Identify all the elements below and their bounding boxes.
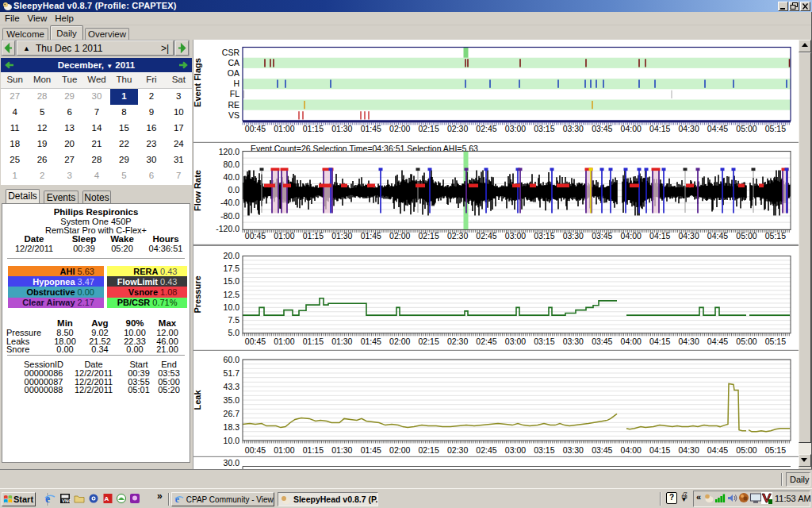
svg-text:04:30: 04:30 xyxy=(678,231,699,241)
svg-text:01:15: 01:15 xyxy=(303,124,324,133)
svg-text:01:30: 01:30 xyxy=(331,445,352,455)
svg-text:02:30: 02:30 xyxy=(447,231,468,241)
svg-text:01:15: 01:15 xyxy=(303,337,324,346)
svg-text:02:15: 02:15 xyxy=(418,231,439,241)
svg-text:03:30: 03:30 xyxy=(563,337,584,346)
svg-text:FL: FL xyxy=(230,89,239,98)
svg-text:02:15: 02:15 xyxy=(418,445,439,455)
svg-text:03:45: 03:45 xyxy=(592,124,612,133)
svg-text:CA: CA xyxy=(228,58,239,67)
svg-text:01:00: 01:00 xyxy=(274,337,294,346)
svg-text:01:45: 01:45 xyxy=(361,231,381,241)
svg-text:04:00: 04:00 xyxy=(621,445,642,455)
svg-text:01:00: 01:00 xyxy=(274,445,294,455)
svg-text:01:45: 01:45 xyxy=(361,124,381,133)
svg-text:02:00: 02:00 xyxy=(389,337,410,346)
svg-text:04:45: 04:45 xyxy=(707,231,728,241)
svg-text:04:00: 04:00 xyxy=(621,124,642,133)
svg-text:02:00: 02:00 xyxy=(389,231,410,241)
svg-text:03:15: 03:15 xyxy=(534,337,554,346)
svg-text:05:00: 05:00 xyxy=(736,231,756,241)
svg-text:35.0: 35.0 xyxy=(224,395,240,405)
svg-text:26.7: 26.7 xyxy=(224,409,240,418)
svg-text:01:30: 01:30 xyxy=(331,337,352,346)
svg-text:02:30: 02:30 xyxy=(447,337,468,346)
svg-text:40.0: 40.0 xyxy=(224,172,240,182)
svg-text:03:30: 03:30 xyxy=(563,445,584,455)
svg-text:00:45: 00:45 xyxy=(245,445,266,455)
svg-text:51.7: 51.7 xyxy=(224,368,240,378)
svg-text:02:15: 02:15 xyxy=(418,124,439,133)
svg-text:02:00: 02:00 xyxy=(389,124,410,133)
svg-text:02:30: 02:30 xyxy=(447,124,468,133)
svg-text:17.5: 17.5 xyxy=(224,264,240,273)
svg-text:80.0: 80.0 xyxy=(224,160,240,169)
svg-text:VS: VS xyxy=(228,110,239,120)
svg-text:e: e xyxy=(175,495,180,504)
svg-text:04:30: 04:30 xyxy=(678,337,699,346)
svg-text:18.3: 18.3 xyxy=(224,422,240,432)
svg-text:03:30: 03:30 xyxy=(563,231,584,241)
svg-text:03:45: 03:45 xyxy=(592,337,612,346)
svg-text:01:15: 01:15 xyxy=(303,231,324,241)
svg-text:03:30: 03:30 xyxy=(563,124,584,133)
svg-text:01:15: 01:15 xyxy=(303,445,324,455)
svg-text:A: A xyxy=(105,495,109,502)
svg-text:43.3: 43.3 xyxy=(224,382,240,391)
svg-text:01:00: 01:00 xyxy=(274,124,294,133)
svg-text:02:15: 02:15 xyxy=(418,337,439,346)
svg-text:05:00: 05:00 xyxy=(736,445,756,455)
svg-text:02:45: 02:45 xyxy=(476,445,496,455)
svg-text:01:30: 01:30 xyxy=(331,231,352,241)
svg-text:Leak: Leak xyxy=(193,390,202,410)
svg-text:e: e xyxy=(45,493,50,504)
svg-text:00:45: 00:45 xyxy=(245,231,266,241)
svg-text:H: H xyxy=(233,79,239,88)
svg-text:01:30: 01:30 xyxy=(331,124,352,133)
svg-text:04:30: 04:30 xyxy=(678,124,699,133)
svg-text:04:45: 04:45 xyxy=(707,445,728,455)
svg-text:-80.0: -80.0 xyxy=(220,211,239,221)
svg-text:04:30: 04:30 xyxy=(678,445,699,455)
svg-text:03:00: 03:00 xyxy=(505,337,526,346)
svg-text:01:00: 01:00 xyxy=(274,231,294,241)
svg-text:04:00: 04:00 xyxy=(621,231,642,241)
svg-text:02:30: 02:30 xyxy=(447,445,468,455)
svg-text:02:45: 02:45 xyxy=(476,337,496,346)
svg-text:04:45: 04:45 xyxy=(707,124,728,133)
svg-text:04:15: 04:15 xyxy=(649,445,670,455)
svg-text:04:00: 04:00 xyxy=(621,337,642,346)
svg-text:03:00: 03:00 xyxy=(505,124,526,133)
svg-text:10.0: 10.0 xyxy=(224,302,240,312)
svg-text:03:15: 03:15 xyxy=(534,445,554,455)
svg-text:RE: RE xyxy=(228,100,239,110)
svg-text:CSR: CSR xyxy=(222,48,240,57)
svg-text:05:00: 05:00 xyxy=(736,124,756,133)
svg-text:04:15: 04:15 xyxy=(649,337,670,346)
svg-text:02:00: 02:00 xyxy=(389,445,410,455)
svg-text:05:15: 05:15 xyxy=(765,231,786,241)
svg-text:15.0: 15.0 xyxy=(224,276,240,286)
svg-text:03:45: 03:45 xyxy=(592,445,612,455)
svg-text:01:45: 01:45 xyxy=(361,337,381,346)
svg-text:05:15: 05:15 xyxy=(765,337,786,346)
svg-text:7.5: 7.5 xyxy=(228,315,239,325)
svg-text:20.0: 20.0 xyxy=(224,251,240,260)
svg-text:03:45: 03:45 xyxy=(592,231,612,241)
svg-text:01:45: 01:45 xyxy=(361,445,381,455)
svg-text:05:00: 05:00 xyxy=(736,337,756,346)
svg-text:03:15: 03:15 xyxy=(534,231,554,241)
svg-text:5.0: 5.0 xyxy=(228,328,239,337)
svg-text:03:00: 03:00 xyxy=(505,231,526,241)
svg-text:60.0: 60.0 xyxy=(224,355,240,364)
svg-text:0.0: 0.0 xyxy=(228,185,239,194)
svg-text:03:15: 03:15 xyxy=(534,124,554,133)
svg-text:120.0: 120.0 xyxy=(219,147,239,156)
svg-text:30.0: 30.0 xyxy=(224,458,240,468)
svg-text:05:15: 05:15 xyxy=(765,124,786,133)
svg-text:VNC: VNC xyxy=(62,498,71,503)
svg-text:-40.0: -40.0 xyxy=(220,198,239,207)
svg-text:02:45: 02:45 xyxy=(476,124,496,133)
svg-text:12.5: 12.5 xyxy=(224,290,240,299)
svg-text:04:15: 04:15 xyxy=(649,124,670,133)
